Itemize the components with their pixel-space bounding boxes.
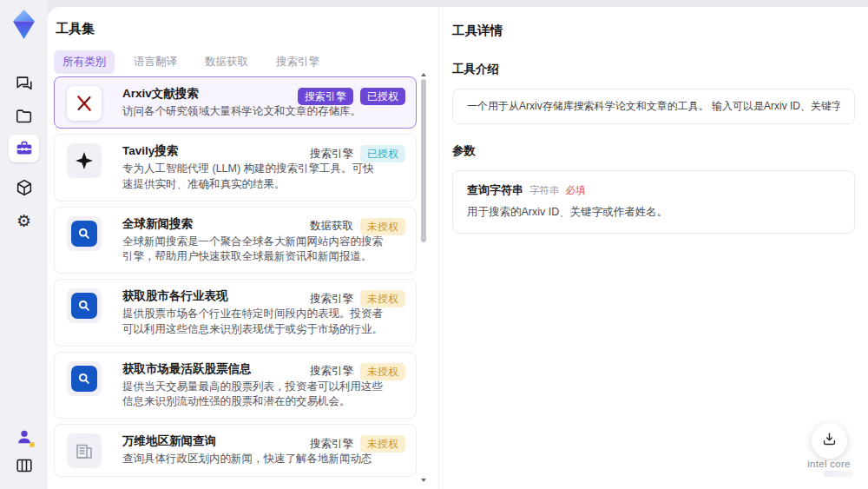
scroll-down-arrow[interactable] bbox=[421, 479, 426, 482]
tool-card-arxiv[interactable]: Arxiv文献搜索 访问各个研究领域大量科学论文和文章的存储库。 搜索引擎 已授… bbox=[54, 76, 417, 129]
user-avatar-icon[interactable] bbox=[9, 423, 39, 451]
panel-divider bbox=[438, 7, 439, 489]
category-label: 搜索引擎 bbox=[310, 292, 353, 307]
category-tabs: 所有类别 语言翻译 数据获取 搜索引擎 bbox=[54, 50, 328, 74]
chat-icon[interactable] bbox=[9, 69, 39, 97]
intro-box: 一个用于从Arxiv存储库搜索科学论文和文章的工具。 输入可以是Arxiv ID… bbox=[452, 89, 855, 124]
category-badge: 搜索引擎 bbox=[298, 88, 353, 105]
toolbox-icon[interactable] bbox=[9, 135, 39, 162]
tool-description: 提供当天交易量最高的股票列表，投资者可以利用这些信息来识别流动性强的股票和潜在的… bbox=[122, 380, 383, 410]
category-label: 搜索引擎 bbox=[310, 437, 353, 452]
auth-status-badge: 已授权 bbox=[360, 145, 405, 162]
parameter-box: 查询字符串 字符串 必填 用于搜索的Arxiv ID、关键字或作者姓名。 bbox=[452, 170, 855, 234]
page-title: 工具集 bbox=[56, 21, 95, 37]
avatar-status-dot bbox=[30, 442, 35, 447]
tab-data-acquisition[interactable]: 数据获取 bbox=[196, 50, 257, 74]
panels-layout-icon[interactable] bbox=[9, 452, 39, 479]
tool-description: 访问各个研究领域大量科学论文和文章的存储库。 bbox=[122, 104, 383, 119]
params-heading: 参数 bbox=[452, 143, 855, 159]
intel-logo-sub-bar bbox=[824, 471, 853, 477]
param-type: 字符串 bbox=[529, 184, 560, 197]
intel-core-logo: intel core bbox=[794, 459, 864, 477]
param-name: 查询字符串 bbox=[467, 182, 523, 198]
tab-all-categories[interactable]: 所有类别 bbox=[54, 50, 115, 74]
tool-card-regional-news[interactable]: 万维地区新闻查询 查询具体行政区划内的新闻，快速了解各地新闻动态 搜索引擎 未授… bbox=[54, 424, 417, 476]
intro-text: 一个用于从Arxiv存储库搜索科学论文和文章的工具。 输入可以是Arxiv ID… bbox=[467, 99, 840, 114]
category-label: 数据获取 bbox=[310, 219, 353, 234]
left-rail: ⚙ bbox=[0, 0, 48, 489]
news-search-icon bbox=[67, 216, 102, 251]
tool-description: 专为人工智能代理 (LLM) 构建的搜索引擎工具。可快速提供实时、准确和真实的结… bbox=[122, 162, 383, 192]
folder-icon[interactable] bbox=[9, 102, 39, 130]
tool-card-tavily[interactable]: Tavily搜索 专为人工智能代理 (LLM) 构建的搜索引擎工具。可快速提供实… bbox=[54, 134, 417, 202]
scrollbar-thumb[interactable] bbox=[421, 79, 426, 242]
tool-description: 全球新闻搜索是一个聚合全球各大新闻网站内容的搜索引擎，帮助用户快速获取全球最新资… bbox=[122, 235, 383, 265]
settings-gear-icon[interactable]: ⚙ bbox=[9, 207, 39, 235]
auth-status-badge: 未授权 bbox=[360, 290, 405, 307]
list-scrollbar[interactable] bbox=[420, 76, 427, 479]
details-title: 工具详情 bbox=[452, 23, 855, 39]
app-logo-icon bbox=[10, 8, 37, 41]
tab-search-engine[interactable]: 搜索引擎 bbox=[267, 50, 328, 74]
param-description: 用于搜索的Arxiv ID、关键字或作者姓名。 bbox=[467, 205, 840, 220]
tool-list: Arxiv文献搜索 访问各个研究领域大量科学论文和文章的存储库。 搜索引擎 已授… bbox=[54, 76, 417, 485]
auth-status-badge: 未授权 bbox=[360, 363, 405, 380]
stock-search-icon bbox=[67, 288, 102, 323]
download-button[interactable] bbox=[812, 423, 847, 459]
tool-description: 查询具体行政区划内的新闻，快速了解各地新闻动态 bbox=[122, 452, 383, 466]
category-label: 搜索引擎 bbox=[310, 147, 353, 162]
scroll-up-arrow[interactable] bbox=[421, 73, 426, 76]
auth-status-badge: 已授权 bbox=[360, 88, 405, 105]
intro-heading: 工具介绍 bbox=[452, 62, 855, 77]
auth-status-badge: 未授权 bbox=[360, 218, 405, 235]
category-label: 搜索引擎 bbox=[310, 364, 353, 379]
tool-description: 提供股票市场各个行业在特定时间段内的表现。投资者可以利用这些信息来识别表现优于或… bbox=[122, 307, 383, 337]
tab-language-translation[interactable]: 语言翻译 bbox=[125, 50, 186, 74]
auth-status-badge: 未授权 bbox=[360, 435, 405, 453]
tool-card-global-news[interactable]: 全球新闻搜索 全球新闻搜索是一个聚合全球各大新闻网站内容的搜索引擎，帮助用户快速… bbox=[54, 207, 417, 274]
regional-news-icon bbox=[67, 433, 102, 468]
tool-card-sector-performance[interactable]: 获取股市各行业表现 提供股票市场各个行业在特定时间段内的表现。投资者可以利用这些… bbox=[54, 279, 417, 347]
download-icon bbox=[821, 431, 838, 451]
arxiv-logo-icon bbox=[67, 86, 102, 121]
stock-search-icon bbox=[67, 361, 102, 396]
tool-details-panel: 工具详情 工具介绍 一个用于从Arxiv存储库搜索科学论文和文章的工具。 输入可… bbox=[452, 23, 855, 234]
param-required-flag: 必填 bbox=[566, 184, 586, 197]
sparkle-icon bbox=[67, 143, 102, 178]
cube-icon[interactable] bbox=[9, 174, 39, 202]
tool-card-active-stocks[interactable]: 获取市场最活跃股票信息 提供当天交易量最高的股票列表，投资者可以利用这些信息来识… bbox=[54, 352, 417, 420]
